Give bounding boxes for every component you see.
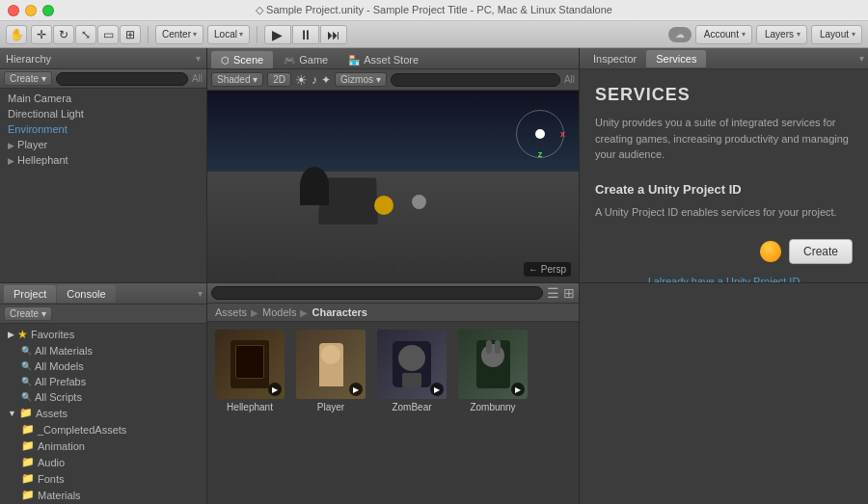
asset-thumb-zombear: ▶ xyxy=(377,330,447,399)
scene-tab-game[interactable]: 🎮 Game xyxy=(274,51,338,68)
scene-search-input[interactable] xyxy=(391,73,560,87)
account-dropdown[interactable]: Account ▾ xyxy=(695,25,752,44)
animation-item[interactable]: 📁 Animation xyxy=(0,438,206,454)
create-button[interactable]: Create xyxy=(789,239,853,264)
scale-tool-button[interactable]: ⤡ xyxy=(75,25,96,44)
project-collapse-icon[interactable]: ▾ xyxy=(198,288,203,299)
local-button[interactable]: Local ▾ xyxy=(207,25,250,44)
tab-project[interactable]: Project xyxy=(4,285,56,303)
rect-tool-button[interactable]: ▭ xyxy=(97,25,119,44)
hierarchy-collapse-icon[interactable]: ▾ xyxy=(196,53,201,64)
breadcrumb-models[interactable]: Models xyxy=(262,306,296,318)
asset-item-zombunny[interactable]: ▶ Zombunny xyxy=(454,326,531,416)
asset-filter-icon[interactable]: ☰ xyxy=(547,285,559,301)
tab-inspector[interactable]: Inspector xyxy=(583,50,646,67)
center-button[interactable]: Center ▾ xyxy=(155,25,203,44)
zombunny-preview xyxy=(476,340,510,388)
rotate-tool-button[interactable]: ↻ xyxy=(53,25,74,44)
all-materials-item[interactable]: 🔍 All Materials xyxy=(0,343,206,358)
hierarchy-item-directional-light[interactable]: Directional Light xyxy=(0,106,206,121)
all-materials-label: All Materials xyxy=(35,345,93,357)
hellephant-name: Hellephant xyxy=(227,402,273,412)
maximize-button[interactable] xyxy=(42,5,54,16)
shaded-dropdown[interactable]: Shaded ▾ xyxy=(211,72,263,87)
fonts-label: Fonts xyxy=(38,473,65,485)
minimize-button[interactable] xyxy=(25,5,37,16)
hierarchy-search-input[interactable] xyxy=(56,72,188,86)
create-project-id-desc: A Unity Project ID enables services for … xyxy=(595,204,853,221)
assets-header[interactable]: ▼ 📁 Assets xyxy=(0,405,206,421)
all-scripts-item[interactable]: 🔍 All Scripts xyxy=(0,389,206,405)
asset-item-player[interactable]: ▶ Player xyxy=(292,326,369,416)
toolbar-right: ☁ Account ▾ Layers ▾ Layout ▾ xyxy=(668,25,862,44)
audio-icon[interactable]: ♪ xyxy=(312,73,317,87)
hierarchy-header: Hierarchy ▾ xyxy=(0,48,206,69)
gizmo-x-label: x xyxy=(560,129,565,139)
assets-label: Assets xyxy=(36,408,68,419)
breadcrumb-characters: Characters xyxy=(312,306,366,318)
hand-tool-button[interactable]: ✋ xyxy=(6,25,27,44)
hellephant-play-btn[interactable]: ▶ xyxy=(268,383,282,396)
scene-tab-asset-store[interactable]: 🏪 Asset Store xyxy=(339,51,428,68)
hierarchy-all-label: All xyxy=(192,73,203,84)
2d-button[interactable]: 2D xyxy=(267,72,291,87)
scene-tab-scene[interactable]: ⬡ Scene xyxy=(211,51,273,68)
search-icon-models: 🔍 xyxy=(21,361,32,371)
transform-tool-button[interactable]: ⊞ xyxy=(120,25,141,44)
game-tab-icon: 🎮 xyxy=(284,55,295,66)
fx-icon[interactable]: ✦ xyxy=(321,73,331,87)
asset-item-hellephant[interactable]: ▶ Hellephant xyxy=(211,326,288,416)
fonts-item[interactable]: 📁 Fonts xyxy=(0,470,206,487)
favorites-header[interactable]: ▶ ★ Favorites xyxy=(0,326,206,343)
orange-circle-icon xyxy=(760,241,781,262)
services-title: SERVICES xyxy=(595,85,853,105)
layout-dropdown[interactable]: Layout ▾ xyxy=(811,25,862,44)
hierarchy-item-hellephant[interactable]: ▶ Hellephant xyxy=(0,152,206,168)
asset-thumb-player: ▶ xyxy=(296,330,366,399)
breadcrumb-assets[interactable]: Assets xyxy=(215,306,247,318)
completed-assets-item[interactable]: 📁 _CompletedAssets xyxy=(0,421,206,438)
hierarchy-item-main-camera[interactable]: Main Camera xyxy=(0,91,206,106)
zombear-play-btn[interactable]: ▶ xyxy=(430,383,444,396)
audio-item[interactable]: 📁 Audio xyxy=(0,454,206,470)
project-create-button[interactable]: Create ▾ xyxy=(4,306,52,321)
tab-console[interactable]: Console xyxy=(57,285,115,303)
all-models-item[interactable]: 🔍 All Models xyxy=(0,358,206,374)
tab-services[interactable]: Services xyxy=(646,50,706,67)
asset-search-input[interactable] xyxy=(211,286,543,300)
asset-item-zombear[interactable]: ▶ ZomBear xyxy=(373,326,450,416)
player-name: Player xyxy=(317,402,344,412)
hierarchy-item-player[interactable]: ▶ Player xyxy=(0,137,206,152)
transform-tools: ✛ ↻ ⤡ ▭ ⊞ xyxy=(31,25,141,44)
asset-store-tab-icon: 🏪 xyxy=(348,55,360,66)
move-tool-button[interactable]: ✛ xyxy=(31,25,52,44)
zombunny-play-btn[interactable]: ▶ xyxy=(511,383,525,396)
animation-label: Animation xyxy=(38,440,85,452)
play-button[interactable]: ▶ xyxy=(264,25,291,44)
asset-thumb-hellephant: ▶ xyxy=(215,330,285,399)
player-play-btn[interactable]: ▶ xyxy=(349,383,363,396)
hierarchy-create-button[interactable]: Create ▾ xyxy=(4,71,52,86)
scene-object-arch xyxy=(300,167,329,205)
gizmos-dropdown[interactable]: Gizmos ▾ xyxy=(335,72,387,87)
separator-2 xyxy=(257,26,258,43)
audio-folder-icon: 📁 xyxy=(21,456,35,468)
zombear-body xyxy=(402,373,421,387)
materials-item[interactable]: 📁 Materials xyxy=(0,487,206,503)
center-arrow-icon: ▾ xyxy=(193,30,197,39)
all-prefabs-item[interactable]: 🔍 All Prefabs xyxy=(0,374,206,389)
pause-button[interactable]: ⏸ xyxy=(292,25,319,44)
project-tabs: Project Console ▾ xyxy=(0,283,206,305)
asset-grid-icon[interactable]: ⊞ xyxy=(563,285,575,301)
step-button[interactable]: ⏭ xyxy=(320,25,347,44)
sun-icon[interactable]: ☀ xyxy=(295,72,308,88)
asset-browser: ☰ ⊞ Assets ▶ Models ▶ Characters ▶ xyxy=(207,283,579,504)
inspector-collapse-icon[interactable]: ▾ xyxy=(859,53,864,64)
hierarchy-item-environment[interactable]: Environment xyxy=(0,121,206,137)
close-button[interactable] xyxy=(8,5,19,16)
layers-dropdown[interactable]: Layers ▾ xyxy=(756,25,807,44)
completed-assets-label: _CompletedAssets xyxy=(38,424,126,436)
mac-window-controls[interactable] xyxy=(8,5,54,16)
scene-view[interactable]: x z ← Persp xyxy=(207,91,579,282)
asset-grid: ▶ Hellephant ▶ Player xyxy=(207,322,579,504)
